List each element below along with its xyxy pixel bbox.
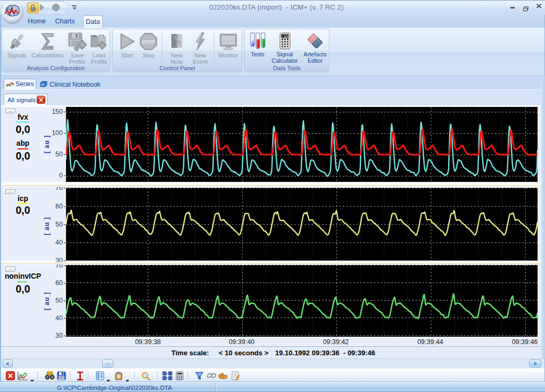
svg-text:STOP: STOP <box>142 39 155 45</box>
svg-text:1925: 1925 <box>284 35 290 38</box>
